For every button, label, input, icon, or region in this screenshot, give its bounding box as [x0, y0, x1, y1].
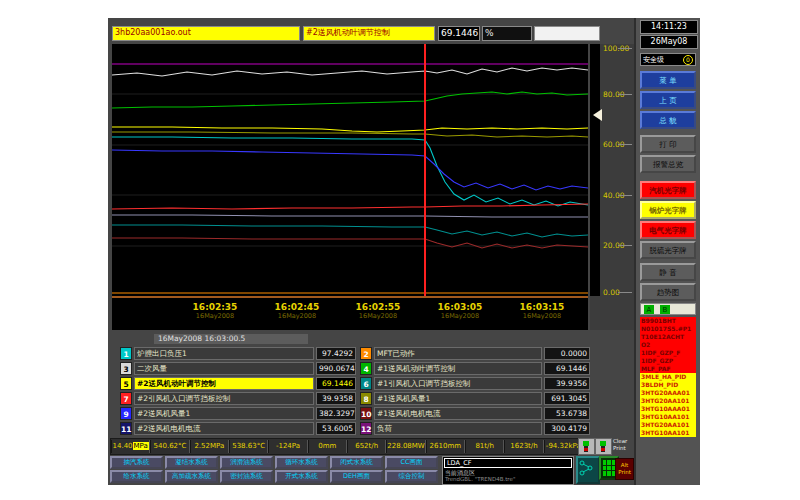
- nav-button-btnrow2-2[interactable]: 密封油系统: [220, 470, 273, 483]
- legend-row: 9#2送风机风量1382.3297: [120, 407, 356, 420]
- sidebar-button-5[interactable]: 汽机光字牌: [640, 181, 696, 199]
- sidebar-button-6[interactable]: 锅炉光字牌: [640, 201, 696, 219]
- curve-label[interactable]: MFT已动作: [374, 347, 542, 360]
- curve-value: 990.0674: [316, 362, 356, 375]
- alarm-tag[interactable]: 1IDF_GZP_F: [640, 349, 696, 357]
- alarm-tag[interactable]: T10E12ACHT: [640, 333, 696, 341]
- blank-entry-field[interactable]: [534, 26, 600, 41]
- sidebar-button-0[interactable]: 菜 单: [640, 71, 696, 89]
- alarm-tag[interactable]: 3HTG20AA101: [640, 397, 696, 405]
- alarm-tag[interactable]: N01017S5.#P1: [640, 325, 696, 333]
- status-unit-highlight: MPa: [133, 442, 149, 450]
- trend-curve: [112, 137, 588, 206]
- x-tick-label: 16:02:4516May2008: [275, 302, 320, 320]
- tab-B[interactable]: B: [660, 305, 670, 314]
- curve-label[interactable]: #1送风机风量1: [374, 392, 542, 405]
- legend-row: 8#1送风机风量1691.3045: [360, 392, 590, 405]
- alarm-tag[interactable]: 3MLE_HA_PID: [640, 373, 696, 381]
- trend-curve: [112, 132, 588, 137]
- curve-label[interactable]: #2送风机电机电流: [134, 422, 314, 435]
- point-description-field[interactable]: #2送风机动叶调节控制: [303, 26, 435, 41]
- curve-number-badge: 12: [360, 422, 372, 435]
- legend-left-column: 1炉膛出口负压197.42923二次风量990.06745#2送风机动叶调节控制…: [120, 347, 356, 437]
- curve-value: 39.9356: [544, 377, 590, 390]
- curve-label[interactable]: #1引风机入口调节挡板控制: [374, 377, 542, 390]
- nav-button-btnrow1-1[interactable]: 凝结水系统: [165, 456, 218, 469]
- alarm-tag[interactable]: 1IDF_GZP: [640, 357, 696, 365]
- flow-diagram-icon[interactable]: [576, 456, 600, 484]
- y-tick-mark: [618, 48, 632, 49]
- title-bar: 3hb20aa001ao.out #2送风机动叶调节控制 69.1446 %: [112, 26, 600, 41]
- x-tick-date: 16May2008: [275, 312, 320, 320]
- curve-label[interactable]: #2引风机入口调节挡板控制: [134, 392, 314, 405]
- y-tick-mark: [618, 245, 632, 246]
- curve-value: 300.4179: [544, 422, 590, 435]
- alarm-tag-list: B9901BHTN01017S5.#P1T10E12ACHTO21IDF_GZP…: [640, 317, 697, 437]
- message-box: LDA_CF 当前消息区 TrendGBL. "TREND4B.tre": [442, 456, 574, 485]
- legend-row: 2MFT已动作0.0000: [360, 347, 590, 360]
- alarm-tag[interactable]: 3HTG20AA101: [640, 421, 696, 429]
- trend-file-label: TrendGBL. "TREND4B.tre": [443, 476, 573, 483]
- clear-print-label[interactable]: Clear Print: [613, 438, 635, 452]
- alarm-tag[interactable]: B9901BHT: [640, 317, 696, 325]
- toggle-switch-icon[interactable]: [578, 438, 595, 455]
- alarm-tag[interactable]: O2: [640, 341, 696, 349]
- legend-row: 12负荷300.4179: [360, 422, 590, 435]
- alt-print-button[interactable]: Alt Print: [615, 458, 634, 480]
- sidebar-button-1[interactable]: 上 页: [640, 91, 696, 109]
- trend-plot[interactable]: [112, 44, 588, 296]
- x-tick-time: 16:02:45: [275, 302, 320, 312]
- sidebar-button-3[interactable]: 打 印: [640, 135, 696, 153]
- point-tag-field[interactable]: 3hb20aa001ao.out: [112, 26, 300, 41]
- alarm-tag[interactable]: 3BLDH_PID: [640, 381, 696, 389]
- curve-value: 69.1446: [544, 362, 590, 375]
- sidebar-button-9[interactable]: 静 音: [640, 263, 696, 281]
- trend-curve: [112, 150, 588, 190]
- alarm-tag[interactable]: 3HTG10AA101: [640, 413, 696, 421]
- ab-tab-strip: AB: [640, 303, 696, 315]
- toggle-on-indicator: [583, 441, 589, 446]
- nav-button-btnrow2-4[interactable]: DEH画面: [330, 470, 383, 483]
- curve-label[interactable]: #1送风机动叶调节控制: [374, 362, 542, 375]
- nav-button-btnrow2-3[interactable]: 开式水系统: [275, 470, 328, 483]
- clock-time: 14:11:23: [640, 20, 698, 34]
- curve-label[interactable]: #2送风机风量1: [134, 407, 314, 420]
- nav-button-btnrow2-5[interactable]: 综合控制: [385, 470, 438, 483]
- trend-chart-area[interactable]: 16:02:3516May200816:02:4516May200816:02:…: [112, 44, 588, 330]
- nav-button-btnrow1-4[interactable]: 闭式水系统: [330, 456, 383, 469]
- x-tick-time: 16:02:55: [356, 302, 401, 312]
- alarm-tag[interactable]: 3HTG10AAA01: [640, 405, 696, 413]
- toggle-switch-icon[interactable]: [595, 438, 612, 455]
- status-cell: 538.63°C: [229, 440, 268, 453]
- nav-button-btnrow1-5[interactable]: CC画面: [385, 456, 438, 469]
- tab-A[interactable]: A: [644, 305, 654, 314]
- sidebar-button-7[interactable]: 电气光字牌: [640, 221, 696, 239]
- toggle-off-indicator: [601, 448, 605, 451]
- message-area-label: 当前消息区: [443, 469, 573, 476]
- x-tick-label: 16:02:3516May2008: [193, 302, 238, 320]
- command-input-field[interactable]: LDA_CF: [444, 458, 572, 468]
- alarm-tag[interactable]: 3HTG20AAA01: [640, 389, 696, 397]
- nav-button-btnrow1-2[interactable]: 润滑油系统: [220, 456, 273, 469]
- sidebar: 14:11:23 26May08 安全级 0 菜 单上 页总 貌打 印报警总览汽…: [634, 18, 700, 485]
- screen-nav-row-1: 抽汽系统凝结水系统润滑油系统循环水系统闭式水系统CC画面: [110, 456, 440, 469]
- sidebar-button-10[interactable]: 趋势图: [640, 283, 696, 301]
- alarm-tag[interactable]: MLF_PAF: [640, 365, 696, 373]
- nav-button-btnrow2-0[interactable]: 给水系统: [110, 470, 163, 483]
- nav-button-btnrow1-3[interactable]: 循环水系统: [275, 456, 328, 469]
- sidebar-button-4[interactable]: 报警总览: [640, 155, 696, 173]
- y-tick-mark: [618, 144, 632, 145]
- curve-label[interactable]: 炉膛出口负压1: [134, 347, 314, 360]
- sidebar-button-2[interactable]: 总 貌: [640, 111, 696, 129]
- nav-button-btnrow2-1[interactable]: 高加疏水系统: [165, 470, 218, 483]
- alarm-tag[interactable]: 3HTG10AA101: [640, 429, 696, 437]
- x-axis-separator: [112, 296, 588, 298]
- curve-label[interactable]: #1送风机电机电流: [374, 407, 542, 420]
- curve-label[interactable]: #2送风机动叶调节控制: [134, 377, 314, 390]
- y-tick-mark: [618, 292, 632, 293]
- curve-label[interactable]: 负荷: [374, 422, 542, 435]
- sidebar-button-8[interactable]: 脱硫光字牌: [640, 241, 696, 259]
- curve-label[interactable]: 二次风量: [134, 362, 314, 375]
- value-pointer-icon[interactable]: [593, 109, 602, 121]
- nav-button-btnrow1-0[interactable]: 抽汽系统: [110, 456, 163, 469]
